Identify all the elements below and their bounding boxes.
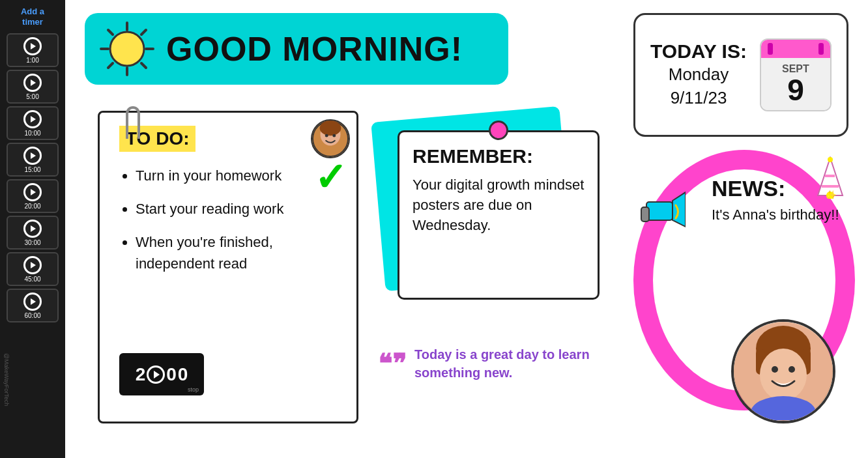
timer-play-icon [23, 37, 42, 55]
calendar-day: 9 [764, 75, 828, 105]
timer-2000-play[interactable] [147, 365, 165, 384]
svg-line-5 [141, 63, 146, 68]
today-is-label: TODAY IS: [650, 40, 747, 63]
todo-item-1: Turn in your homework [136, 165, 337, 186]
timer-20min[interactable]: 20:00 [7, 179, 59, 213]
svg-line-7 [108, 63, 113, 68]
timer-play-icon [23, 183, 42, 201]
todo-item-2: Start your reading work [136, 198, 337, 220]
todo-list: Turn in your homework Start your reading… [119, 165, 337, 274]
news-body: It's Anna's birthday!! [712, 205, 842, 225]
timer-1min[interactable]: 1:00 [7, 33, 59, 67]
pushpin-icon [489, 121, 508, 140]
timer-play-icon [23, 147, 42, 165]
timer-play-icon [23, 293, 42, 311]
remember-white-card: REMEMBER: Your digital growth mindset po… [398, 130, 600, 300]
timer-5min[interactable]: 5:00 [7, 70, 59, 104]
timer-2000-widget[interactable]: 2 0 0 stop [119, 353, 204, 395]
svg-point-20 [828, 157, 833, 162]
svg-point-12 [325, 134, 328, 137]
watermark: @MakeWayForTech [3, 353, 10, 406]
greeting-text: GOOD MORNING! [166, 29, 463, 68]
sidebar: Add atimer 1:00 5:00 10:00 15:00 20:00 3… [0, 0, 65, 458]
svg-line-6 [141, 30, 146, 35]
calendar-ring-left [768, 43, 773, 55]
svg-point-13 [332, 134, 336, 137]
calendar-widget: SEPT 9 [760, 38, 832, 111]
timer-30min[interactable]: 30:00 [7, 216, 59, 250]
add-timer-button[interactable]: Add atimer [21, 7, 44, 27]
timer-15min[interactable]: 15:00 [7, 143, 59, 177]
main-content: GOOD MORNING! TODAY IS: Monday 9/11/23 S… [65, 0, 868, 458]
svg-text:✨: ✨ [826, 190, 837, 199]
calendar-header [761, 40, 830, 58]
svg-rect-16 [641, 207, 649, 222]
svg-point-28 [772, 366, 778, 373]
timer-play-icon [23, 74, 42, 92]
news-section: NEWS: It's Anna's birthday!! ✨ [633, 150, 855, 437]
svg-point-11 [320, 121, 341, 136]
quote-area: ❝❞ Today is a great day to learn somethi… [378, 345, 632, 382]
svg-point-27 [760, 349, 807, 401]
todo-item-3: When you're finished, independent read [136, 231, 337, 274]
greeting-banner: GOOD MORNING! [85, 13, 508, 85]
timer-play-icon [23, 110, 42, 128]
cyan-strip [106, 412, 350, 431]
remember-title: REMEMBER: [412, 145, 585, 167]
calendar-ring-right [818, 43, 824, 55]
date-full: 9/11/23 [650, 86, 747, 109]
remember-card: REMEMBER: Your digital growth mindset po… [391, 124, 606, 306]
paperclip-icon [126, 106, 140, 139]
todo-card: ✓ TO DO: Turn in your homework Start you… [98, 111, 358, 423]
party-hat-icon: ✨ [813, 156, 848, 207]
svg-point-29 [788, 366, 795, 373]
svg-point-8 [110, 32, 144, 66]
svg-rect-14 [646, 202, 673, 220]
avatar [311, 119, 350, 158]
quote-text: Today is a great day to learn something … [414, 345, 632, 382]
timer-play-icon [23, 256, 42, 274]
sun-icon [98, 20, 156, 78]
remember-text: Your digital growth mindset posters are … [412, 175, 585, 235]
timer-10min[interactable]: 10:00 [7, 106, 59, 140]
face-placeholder [734, 322, 833, 421]
timer-60min[interactable]: 60:00 [7, 289, 59, 322]
megaphone-icon [627, 189, 686, 244]
date-section: TODAY IS: Monday 9/11/23 SEPT 9 [633, 13, 848, 137]
quote-icon: ❝❞ [378, 349, 407, 379]
timer-45min[interactable]: 45:00 [7, 252, 59, 286]
avatar-check-area: ✓ [311, 119, 350, 197]
timer-play-icon [23, 220, 42, 238]
checkmark-icon: ✓ [314, 158, 347, 197]
calendar-body: SEPT 9 [761, 58, 830, 110]
person-photo [731, 319, 835, 423]
svg-line-4 [108, 30, 113, 35]
date-day: Monday [650, 63, 747, 86]
svg-marker-15 [673, 192, 686, 227]
